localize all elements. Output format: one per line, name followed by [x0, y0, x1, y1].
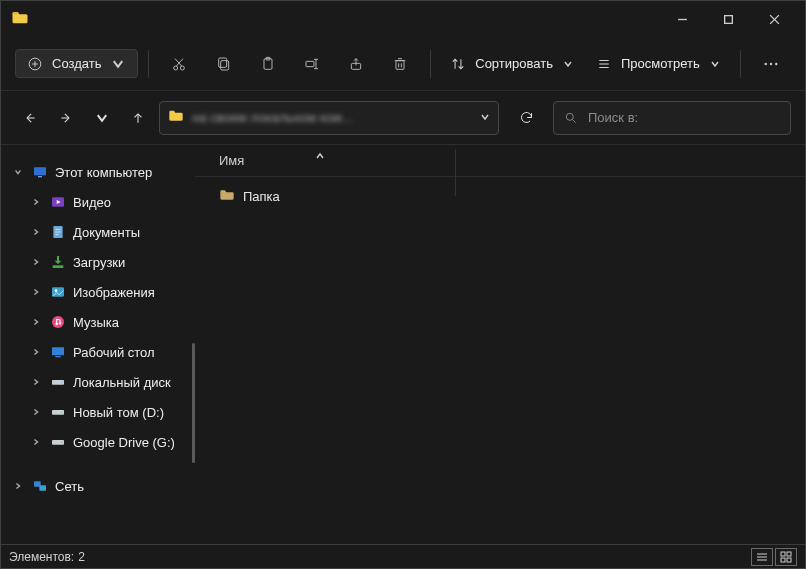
minimize-button[interactable]	[659, 3, 705, 35]
svg-rect-66	[781, 558, 785, 562]
sidebar-item-downloads[interactable]: Загрузки	[1, 247, 195, 277]
new-button-label: Создать	[52, 56, 101, 71]
new-button[interactable]: Создать	[15, 49, 138, 78]
refresh-button[interactable]	[505, 110, 547, 125]
sidebar-item-this-pc[interactable]: Этот компьютер	[1, 157, 195, 187]
sidebar-item-label: Google Drive (G:)	[73, 435, 175, 450]
svg-point-48	[52, 316, 64, 328]
share-button[interactable]	[336, 46, 376, 82]
window-folder-icon	[11, 9, 29, 30]
sidebar-item-localdisk[interactable]: Локальный диск	[1, 367, 195, 397]
rename-button[interactable]	[292, 46, 332, 82]
svg-point-29	[764, 62, 766, 64]
sidebar-item-label: Новый том (D:)	[73, 405, 164, 420]
expand-icon[interactable]	[11, 168, 25, 176]
search-input[interactable]: Поиск в:	[553, 101, 791, 135]
drive-icon	[49, 433, 67, 451]
folder-icon	[219, 187, 235, 206]
svg-rect-21	[396, 60, 404, 69]
more-button[interactable]	[751, 55, 791, 73]
svg-point-35	[566, 113, 573, 120]
sidebar-item-videos[interactable]: Видео	[1, 187, 195, 217]
svg-point-8	[181, 66, 185, 70]
thumbnails-view-button[interactable]	[775, 548, 797, 566]
maximize-button[interactable]	[705, 3, 751, 35]
status-elements-label: Элементов:	[9, 550, 74, 564]
sidebar-item-pictures[interactable]: Изображения	[1, 277, 195, 307]
collapse-icon[interactable]	[29, 258, 43, 266]
close-button[interactable]	[751, 3, 797, 35]
status-elements-count: 2	[78, 550, 85, 564]
view-button[interactable]: Просмотреть	[587, 50, 730, 77]
network-icon	[31, 477, 49, 495]
details-view-button[interactable]	[751, 548, 773, 566]
sidebar-item-desktop[interactable]: Рабочий стол	[1, 337, 195, 367]
svg-point-56	[61, 412, 62, 413]
svg-rect-60	[39, 485, 46, 490]
sidebar-item-label: Локальный диск	[73, 375, 171, 390]
address-path: на своем локальном ком...	[192, 110, 472, 125]
svg-point-50	[59, 322, 61, 324]
svg-rect-65	[787, 552, 791, 556]
sidebar-item-documents[interactable]: Документы	[1, 217, 195, 247]
column-header[interactable]: Имя	[195, 145, 805, 177]
address-dropdown-icon[interactable]	[480, 110, 490, 125]
svg-point-49	[55, 323, 57, 325]
up-button[interactable]	[123, 101, 153, 135]
collapse-icon[interactable]	[29, 318, 43, 326]
sidebar-item-network[interactable]: Сеть	[1, 471, 195, 501]
collapse-icon[interactable]	[29, 198, 43, 206]
address-bar[interactable]: на своем локальном ком...	[159, 101, 499, 135]
collapse-icon[interactable]	[29, 348, 43, 356]
svg-point-54	[61, 382, 62, 383]
sidebar-item-label: Документы	[73, 225, 140, 240]
svg-rect-52	[55, 356, 60, 357]
svg-point-47	[55, 289, 58, 292]
sidebar-item-label: Видео	[73, 195, 111, 210]
collapse-icon[interactable]	[29, 288, 43, 296]
sort-indicator-icon	[315, 149, 325, 159]
collapse-icon[interactable]	[11, 482, 25, 490]
sort-button[interactable]: Сортировать	[441, 50, 583, 77]
music-icon	[49, 313, 67, 331]
forward-button[interactable]	[51, 101, 81, 135]
svg-line-36	[573, 119, 576, 122]
address-folder-icon	[168, 108, 184, 127]
sidebar-item-googledrive[interactable]: Google Drive (G:)	[1, 427, 195, 457]
sidebar-item-label: Изображения	[73, 285, 155, 300]
collapse-icon[interactable]	[29, 228, 43, 236]
content-area: Имя Папка	[195, 145, 805, 548]
back-button[interactable]	[15, 101, 45, 135]
sidebar-item-label: Музыка	[73, 315, 119, 330]
sidebar-item-music[interactable]: Музыка	[1, 307, 195, 337]
delete-button[interactable]	[380, 46, 420, 82]
drive-icon	[49, 403, 67, 421]
titlebar	[1, 1, 805, 37]
svg-point-58	[61, 442, 62, 443]
cut-button[interactable]	[159, 46, 199, 82]
file-list[interactable]: Папка	[195, 177, 805, 209]
list-item[interactable]: Папка	[205, 183, 805, 209]
search-placeholder: Поиск в:	[588, 110, 638, 125]
paste-button[interactable]	[248, 46, 288, 82]
sort-button-label: Сортировать	[475, 56, 553, 71]
column-name[interactable]: Имя	[219, 153, 439, 168]
sidebar-scrollbar[interactable]	[192, 343, 195, 463]
recent-button[interactable]	[87, 101, 117, 135]
status-bar: Элементов: 2	[1, 544, 805, 568]
sidebar-item-label: Загрузки	[73, 255, 125, 270]
collapse-icon[interactable]	[29, 378, 43, 386]
collapse-icon[interactable]	[29, 408, 43, 416]
svg-rect-37	[34, 167, 46, 175]
toolbar: Создать Сортировать Просмотреть	[1, 37, 805, 91]
sidebar-item-newvolume[interactable]: Новый том (D:)	[1, 397, 195, 427]
column-separator[interactable]	[455, 149, 456, 196]
toolbar-divider	[430, 50, 431, 78]
collapse-icon[interactable]	[29, 438, 43, 446]
document-icon	[49, 223, 67, 241]
svg-rect-1	[724, 15, 732, 23]
sidebar-item-label: Этот компьютер	[55, 165, 152, 180]
svg-point-30	[770, 62, 772, 64]
view-button-label: Просмотреть	[621, 56, 700, 71]
copy-button[interactable]	[204, 46, 244, 82]
